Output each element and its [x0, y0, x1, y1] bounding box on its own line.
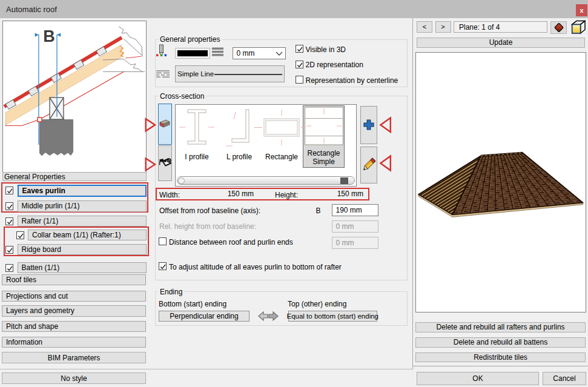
svg-text:B: B — [43, 27, 55, 45]
